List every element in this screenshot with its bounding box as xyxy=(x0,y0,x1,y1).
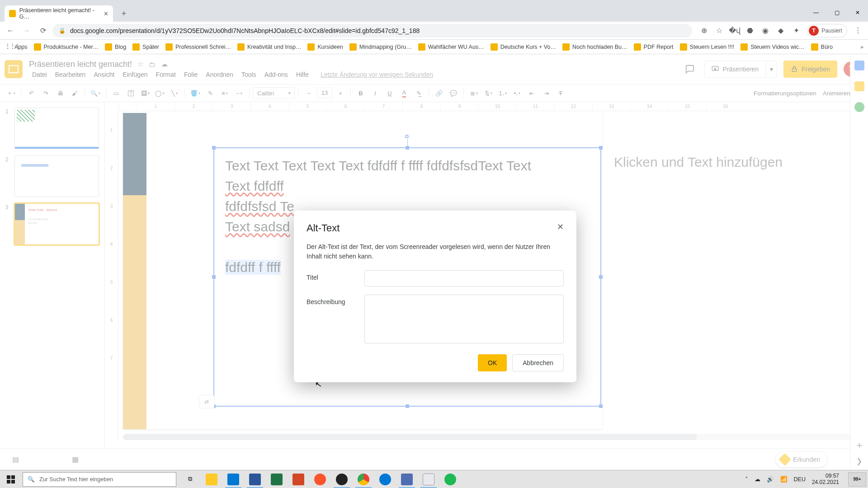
minimize-button[interactable]: — xyxy=(806,4,826,22)
bookmark-item[interactable]: Blog xyxy=(105,43,126,51)
new-tab-button[interactable]: + xyxy=(118,7,130,20)
browser-titlebar: Präsentieren leicht gemacht! - G… ✕ + — … xyxy=(0,0,868,22)
extension-icon[interactable]: ⬣ xyxy=(745,26,755,35)
volume-icon[interactable]: 🔊 xyxy=(767,476,774,483)
task-view-icon[interactable]: ⧉ xyxy=(179,470,201,488)
bookmark-item[interactable]: Wahlfächer WU Aus… xyxy=(418,43,484,51)
edge-icon[interactable] xyxy=(374,470,396,488)
spotify-icon[interactable] xyxy=(439,470,461,488)
description-label: Beschreibung xyxy=(307,295,356,305)
notepad-icon[interactable] xyxy=(418,470,439,488)
alt-text-dialog: Alt-Text ✕ Der Alt-Text ist der Text, de… xyxy=(294,211,576,382)
word-icon[interactable] xyxy=(244,470,266,488)
zoom-icon[interactable]: ⊕ xyxy=(699,26,708,35)
address-bar[interactable]: 🔒 docs.google.com/presentation/d/1yV372S… xyxy=(52,24,692,38)
ok-button[interactable]: OK xyxy=(478,354,507,371)
taskbar-clock[interactable]: 09:57 24.02.2021 xyxy=(812,473,842,486)
chrome-icon[interactable] xyxy=(353,470,374,488)
bookmark-item[interactable]: Büro xyxy=(811,43,833,51)
cancel-button[interactable]: Abbrechen xyxy=(512,354,564,371)
extensions-menu-icon[interactable]: ✦ xyxy=(792,26,801,35)
browser-tab[interactable]: Präsentieren leicht gemacht! - G… ✕ xyxy=(5,5,113,22)
title-label: Titel xyxy=(307,270,356,281)
url-text: docs.google.com/presentation/d/1yV372SO5… xyxy=(70,27,420,34)
tab-title: Präsentieren leicht gemacht! - G… xyxy=(19,7,100,20)
maximize-button[interactable]: ▢ xyxy=(826,4,847,22)
window-controls: — ▢ ✕ xyxy=(806,4,868,22)
start-button[interactable] xyxy=(0,470,22,488)
windows-taskbar: 🔍 Zur Suche Text hier eingeben ⧉ ˄ ☁ 🔊 📶… xyxy=(0,470,868,488)
bookmark-item[interactable]: Steuern Videos wic… xyxy=(741,43,804,51)
browser-toolbar: ← → ⟳ 🔒 docs.google.com/presentation/d/1… xyxy=(0,22,868,40)
bookmarks-bar: Apps Produktsuche - Mer… Blog Später Pro… xyxy=(0,40,868,54)
close-window-button[interactable]: ✕ xyxy=(847,4,868,22)
chrome-menu-icon[interactable]: ⋮ xyxy=(854,26,863,35)
tray-chevron-icon[interactable]: ˄ xyxy=(745,476,748,483)
bookmark-item[interactable]: Professionell Schrei… xyxy=(165,43,231,51)
wifi-icon[interactable]: 📶 xyxy=(780,476,788,483)
bookmark-item[interactable]: Kursideen xyxy=(307,43,343,51)
dialog-title: Alt-Text xyxy=(307,222,564,234)
back-button[interactable]: ← xyxy=(4,24,17,38)
bookmark-item[interactable]: Produktsuche - Mer… xyxy=(34,43,99,51)
brave-icon[interactable] xyxy=(309,470,331,488)
title-input[interactable] xyxy=(364,270,564,286)
reload-button[interactable]: ⟳ xyxy=(36,24,50,38)
extension-icon-2[interactable]: ◉ xyxy=(761,26,770,35)
taskbar-search[interactable]: 🔍 Zur Suche Text hier eingeben xyxy=(23,472,176,487)
bookmark-item[interactable]: Noch hochladen Bu… xyxy=(562,43,627,51)
slides-app: Präsentieren leicht gemacht! ☆ 🗀 ☁ Datei… xyxy=(0,54,868,470)
description-textarea[interactable] xyxy=(364,295,564,343)
bookmark-apps[interactable]: Apps xyxy=(5,43,28,51)
bookmark-item[interactable]: Später xyxy=(132,43,159,51)
language-indicator[interactable]: DEU xyxy=(794,476,806,483)
powerpoint-icon[interactable] xyxy=(288,470,309,488)
bookmarks-overflow-icon[interactable]: » xyxy=(860,44,863,50)
dialog-close-icon[interactable]: ✕ xyxy=(554,221,566,233)
bookmark-item[interactable]: Mindmapping (Gru… xyxy=(349,43,412,51)
bookmark-item[interactable]: PDF Report xyxy=(634,43,674,51)
profile-paused-chip[interactable]: T Pausiert xyxy=(807,24,847,38)
reader-icon[interactable]: �վ xyxy=(730,26,739,35)
obs-icon[interactable] xyxy=(331,470,353,488)
extension-icon-3[interactable]: ◆ xyxy=(776,26,785,35)
app-icon[interactable] xyxy=(396,470,418,488)
edge-legacy-icon[interactable] xyxy=(222,470,244,488)
lock-icon: 🔒 xyxy=(59,28,66,34)
bookmark-item[interactable]: Deutsche Kurs + Vo… xyxy=(491,43,556,51)
explorer-icon[interactable] xyxy=(201,470,222,488)
profile-avatar-icon: T xyxy=(809,26,819,36)
bookmark-item[interactable]: Kreativität und Insp… xyxy=(237,43,302,51)
dialog-description: Der Alt-Text ist der Text, der vom Scree… xyxy=(307,242,564,261)
search-icon: 🔍 xyxy=(28,476,35,483)
action-center-icon[interactable]: 99+ xyxy=(848,472,866,487)
system-tray: ˄ ☁ 🔊 📶 DEU 09:57 24.02.2021 99+ xyxy=(740,472,868,487)
tab-close-icon[interactable]: ✕ xyxy=(104,10,108,17)
slides-favicon xyxy=(9,10,16,17)
bookmark-item[interactable]: Steuern Lesen !!!! xyxy=(680,43,735,51)
excel-icon[interactable] xyxy=(266,470,288,488)
forward-button[interactable]: → xyxy=(20,24,33,38)
onedrive-icon[interactable]: ☁ xyxy=(755,476,760,483)
bookmark-star-icon[interactable]: ☆ xyxy=(715,26,724,35)
